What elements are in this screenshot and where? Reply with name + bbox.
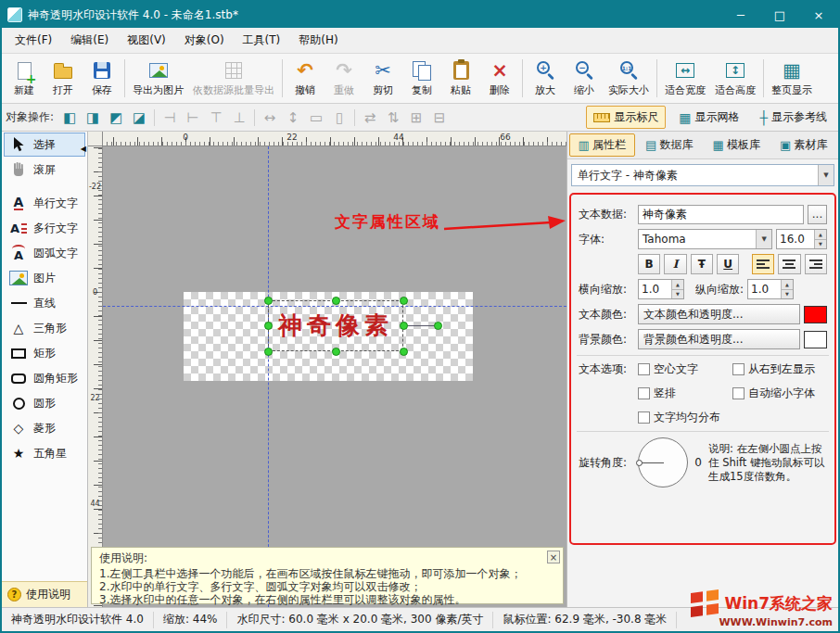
- spin-up-icon[interactable]: ▲: [815, 230, 826, 240]
- tool-triangle[interactable]: △ 三角形: [4, 316, 85, 340]
- font-size-spinner[interactable]: 16.0 ▲▼: [776, 229, 827, 249]
- menu-file[interactable]: 文件(F): [6, 28, 61, 53]
- bg-color-swatch[interactable]: [804, 331, 827, 348]
- resize-handle-se[interactable]: [400, 348, 408, 356]
- actual-size-button[interactable]: 1:1 实际大小: [604, 55, 654, 102]
- move-up-button[interactable]: ◩: [105, 107, 127, 129]
- align-left-text-button[interactable]: [752, 254, 774, 274]
- tab-materials[interactable]: ▣ 素材库: [771, 133, 837, 157]
- spin-down-icon[interactable]: ▼: [782, 290, 793, 299]
- resize-handle-ne[interactable]: [400, 297, 408, 305]
- resize-handle-n[interactable]: [332, 297, 340, 305]
- tool-image[interactable]: 图片: [4, 266, 85, 290]
- checkbox-icon[interactable]: [638, 387, 650, 399]
- strikethrough-button[interactable]: Ŧ: [691, 254, 713, 274]
- checkbox-icon[interactable]: [732, 387, 745, 399]
- menu-tools[interactable]: 工具(T): [234, 28, 290, 53]
- fit-width-button[interactable]: ↔ 适合宽度: [660, 55, 710, 102]
- tool-line[interactable]: 直线: [4, 291, 85, 315]
- copy-button[interactable]: 复制: [402, 55, 441, 102]
- text-data-input[interactable]: [638, 205, 804, 224]
- tool-circle[interactable]: 圆形: [4, 391, 85, 415]
- spin-down-icon[interactable]: ▼: [672, 290, 683, 299]
- menu-object[interactable]: 对象(O): [175, 28, 234, 53]
- paste-button[interactable]: 粘贴: [441, 55, 480, 102]
- bring-to-front-button[interactable]: ◧: [58, 107, 81, 129]
- tab-templates[interactable]: ▦ 模板库: [704, 133, 770, 157]
- menu-help[interactable]: 帮助(H): [289, 28, 347, 53]
- font-dropdown-arrow-icon[interactable]: ▼: [756, 230, 771, 248]
- spin-up-icon[interactable]: ▲: [672, 280, 683, 290]
- resize-handle-s[interactable]: [332, 348, 340, 356]
- full-page-button[interactable]: ▦ 整页显示: [767, 55, 817, 102]
- show-guides-toggle[interactable]: ┼ 显示参考线: [753, 106, 834, 129]
- tool-diamond[interactable]: ◇ 菱形: [4, 416, 85, 440]
- v-scale-spinner[interactable]: 1.0 ▲▼: [747, 279, 794, 299]
- zoom-out-button[interactable]: − 缩小: [565, 55, 604, 102]
- cut-button[interactable]: ✂ 剪切: [363, 55, 402, 102]
- fit-height-button[interactable]: ↕ 适合高度: [710, 55, 760, 102]
- tool-arc-text[interactable]: A 圆弧文字: [4, 241, 85, 265]
- usage-help-button[interactable]: ? 使用说明: [2, 581, 87, 607]
- bold-button[interactable]: B: [638, 254, 660, 274]
- resize-handle-nw[interactable]: [264, 297, 273, 305]
- h-scale-spinner[interactable]: 1.0 ▲▼: [638, 279, 684, 299]
- tool-rectangle[interactable]: 矩形: [4, 341, 85, 365]
- option-even-distribution[interactable]: 文字均匀分布: [638, 410, 727, 425]
- option-right-to-left[interactable]: 从右到左显示: [732, 361, 827, 377]
- checkbox-icon[interactable]: [732, 363, 745, 375]
- tool-star[interactable]: ★ 五角星: [4, 441, 85, 465]
- italic-button[interactable]: I: [664, 254, 686, 274]
- tool-pan[interactable]: 滚屏: [4, 158, 85, 182]
- tab-properties[interactable]: ▥ 属性栏: [569, 133, 635, 157]
- menu-view[interactable]: 视图(V): [118, 28, 175, 53]
- dropdown-arrow-icon[interactable]: ▼: [818, 165, 834, 185]
- resize-handle-sw[interactable]: [264, 348, 273, 356]
- text-color-swatch[interactable]: [804, 306, 827, 323]
- tool-rounded-rectangle[interactable]: 圆角矩形: [4, 366, 85, 390]
- open-button[interactable]: 打开: [44, 55, 83, 102]
- watermark-text[interactable]: 神奇像素: [278, 310, 393, 342]
- zoom-in-button[interactable]: + 放大: [526, 55, 565, 102]
- menu-edit[interactable]: 编辑(E): [61, 28, 118, 53]
- selection-box[interactable]: 神奇像素: [268, 300, 403, 351]
- text-color-button[interactable]: 文本颜色和透明度...: [638, 304, 800, 324]
- export-image-button[interactable]: 导出为图片: [128, 55, 188, 102]
- show-grid-toggle[interactable]: ▦ 显示网格: [671, 106, 746, 129]
- undo-button[interactable]: ↶ 撤销: [286, 55, 325, 102]
- font-select[interactable]: Tahoma ▼: [638, 229, 772, 249]
- move-down-button[interactable]: ◪: [128, 107, 150, 129]
- tool-single-line-text[interactable]: A 单行文字: [4, 191, 85, 215]
- minimize-button[interactable]: ─: [721, 2, 760, 28]
- send-to-back-button[interactable]: ◨: [82, 107, 104, 129]
- resize-handle-w[interactable]: [264, 322, 273, 330]
- object-selector[interactable]: 单行文字 - 神奇像素 ▼: [571, 164, 834, 186]
- maximize-button[interactable]: □: [760, 2, 799, 28]
- rotate-handle[interactable]: [434, 322, 442, 330]
- spin-down-icon[interactable]: ▼: [815, 240, 826, 249]
- tab-database[interactable]: ▤ 数据库: [637, 133, 703, 157]
- tool-select[interactable]: 选择: [4, 133, 85, 157]
- option-vertical-text[interactable]: 竖排: [638, 386, 727, 401]
- underline-button[interactable]: U: [717, 254, 739, 274]
- checkbox-icon[interactable]: [638, 411, 650, 424]
- show-ruler-toggle[interactable]: 显示标尺: [586, 106, 666, 129]
- option-auto-shrink-font[interactable]: 自动缩小字体: [732, 386, 827, 401]
- save-button[interactable]: 保存: [83, 55, 121, 102]
- option-hollow-text[interactable]: 空心文字: [638, 361, 727, 377]
- checkbox-icon[interactable]: [638, 363, 650, 375]
- rotation-dial-handle[interactable]: [636, 460, 643, 466]
- help-box-close-button[interactable]: ×: [547, 551, 560, 563]
- spin-up-icon[interactable]: ▲: [782, 280, 793, 290]
- new-button[interactable]: 新建: [5, 55, 44, 102]
- close-button[interactable]: ×: [799, 2, 838, 28]
- sidebar-collapse-icon[interactable]: ◀: [81, 145, 86, 153]
- delete-button[interactable]: × 删除: [480, 55, 519, 102]
- resize-handle-e[interactable]: [400, 322, 408, 330]
- rotation-dial[interactable]: [638, 437, 688, 487]
- design-canvas[interactable]: 神奇像素 文字属性区域: [103, 146, 566, 607]
- text-data-more-button[interactable]: ...: [808, 205, 827, 224]
- bg-color-button[interactable]: 背景颜色和透明度...: [638, 329, 800, 349]
- align-right-text-button[interactable]: [805, 254, 827, 274]
- align-center-text-button[interactable]: [778, 254, 800, 274]
